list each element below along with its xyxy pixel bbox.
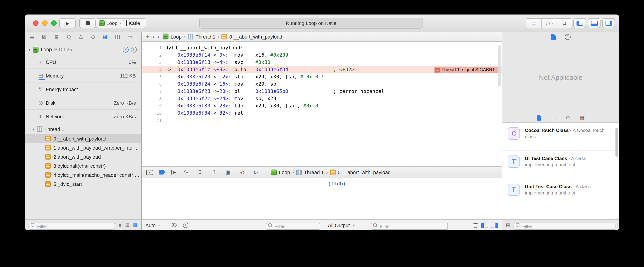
navigator-filter-input[interactable] xyxy=(28,222,115,230)
info-icon[interactable]: i xyxy=(183,222,188,228)
line-number[interactable]: 1 xyxy=(142,45,162,52)
version-editor-button[interactable]: ⇄ xyxy=(557,19,572,29)
stop-button[interactable] xyxy=(79,18,96,28)
gauge-cpu[interactable]: ◔CPU0% xyxy=(25,55,141,69)
dock-left-icon[interactable] xyxy=(481,222,488,228)
simulate-location-icon[interactable]: ▻ xyxy=(252,169,260,175)
code-line[interactable]: 7 0x1033e6f28 <+20>: bl 0x1033e65b0 ; ce… xyxy=(142,88,502,95)
compress-frames-icon[interactable]: ≡ xyxy=(119,222,122,228)
toggle-inspector-button[interactable] xyxy=(602,18,615,28)
line-number[interactable]: 6 xyxy=(142,81,162,88)
console-view[interactable]: (lldb) xyxy=(324,178,502,219)
gauge-network[interactable]: ΨNetworkZero KB/s xyxy=(25,110,141,123)
hide-debug-area-icon[interactable]: ▼ xyxy=(146,170,153,175)
trash-icon[interactable] xyxy=(473,222,478,228)
stack-frame[interactable]: 5 _dyld_start xyxy=(25,179,141,189)
step-over-icon[interactable]: ↷ xyxy=(182,169,190,175)
dock-right-icon[interactable] xyxy=(491,222,498,228)
stack-frame[interactable]: 2 abort_with_payload xyxy=(25,152,141,161)
library-item[interactable]: TUI Test Case Class - A class implementi… xyxy=(502,151,619,179)
stack-frame[interactable]: 1 abort_with_payload_wrapper_inter… xyxy=(25,143,141,152)
line-number[interactable]: 9 xyxy=(142,102,162,110)
variables-scope-popup[interactable]: Auto xyxy=(146,222,156,228)
zoom-window-button[interactable] xyxy=(51,21,56,26)
quick-help-icon[interactable]: ? xyxy=(564,34,570,40)
library-item[interactable]: TUnit Test Case Class - A class implemen… xyxy=(502,179,619,207)
memory-graph-icon[interactable]: ⊚ xyxy=(238,169,246,175)
code-line[interactable]: 10 0x1033e6f34 <+32>: ret xyxy=(142,110,502,117)
assistant-editor-button[interactable]: ◯◯ xyxy=(542,19,557,29)
navigator-tab-project-icon[interactable]: ▤ xyxy=(29,34,35,40)
library-filter-input[interactable] xyxy=(514,222,616,230)
navigator-tab-breakpoints-icon[interactable]: ◫ xyxy=(114,34,120,40)
stack-frame[interactable]: 4 dyld::_main(macho_header const*,… xyxy=(25,170,141,179)
code-line[interactable]: 8 0x1033e6f2c <+24>: mov sp, x29 xyxy=(142,95,502,102)
line-number[interactable]: 11 xyxy=(142,117,162,124)
line-number[interactable]: 7 xyxy=(142,88,162,95)
code-line[interactable]: 3 0x1033e6f18 <+4>: svc #0x80 xyxy=(142,59,502,66)
library-item[interactable]: CCocoa Touch Class - A Cocoa Touch class xyxy=(502,123,619,151)
gauge-disk[interactable]: ◎DiskZero KB/s xyxy=(25,96,141,110)
scheme-selector[interactable]: ∞ Loop › Katie xyxy=(96,18,146,28)
console-filter-field[interactable] xyxy=(371,221,448,229)
step-into-icon[interactable]: ↧ xyxy=(196,169,204,175)
gauge-energy[interactable]: ↯Energy Impact xyxy=(25,83,141,96)
code-line[interactable]: 9 0x1033e6f30 <+28>: ldp x29, x30, [sp],… xyxy=(142,102,502,110)
line-number[interactable]: 2 xyxy=(142,52,162,59)
file-inspector-icon[interactable] xyxy=(551,34,556,40)
related-items-icon[interactable]: ⊞ xyxy=(146,34,150,40)
navigator-tab-search-icon[interactable] xyxy=(66,34,72,40)
disclosure-triangle-icon[interactable]: ▾ xyxy=(32,127,34,131)
variables-filter-input[interactable] xyxy=(266,222,320,230)
editor-scrollbar[interactable] xyxy=(498,45,501,86)
quick-look-icon[interactable] xyxy=(171,223,176,227)
crash-annotation-badge[interactable]: Thread 1: signal SIGABRT xyxy=(434,67,498,73)
library-tab-file-templates-icon[interactable] xyxy=(537,114,541,120)
line-number[interactable]: 5 xyxy=(142,73,162,81)
console-scope-popup[interactable]: All Output xyxy=(328,222,350,228)
gauge-memory[interactable]: ▤Memory112 KB xyxy=(25,69,141,83)
library-tab-media-icon[interactable]: ▦ xyxy=(580,114,585,120)
library-tab-objects-icon[interactable]: ⊙ xyxy=(566,114,570,120)
toggle-navigator-button[interactable] xyxy=(573,18,586,28)
grid-view-icon[interactable]: ▦ xyxy=(133,222,138,228)
columns-view-icon[interactable]: ⊞ xyxy=(125,222,129,228)
code-line[interactable]: 1dyld`__abort_with_payload: xyxy=(142,45,502,52)
library-grid-icon[interactable]: ⊞ xyxy=(506,222,510,228)
breadcrumb-item[interactable]: Thread 1 xyxy=(304,170,324,175)
code-line[interactable]: 4-> 0x1033e6f1c <+8>: b.lo 0x1033e6f34 ;… xyxy=(142,66,502,73)
code-line[interactable]: 6 0x1033e6f24 <+16>: mov x29, sp xyxy=(142,81,502,88)
debug-gauge-button[interactable]: ↗ xyxy=(123,47,128,52)
line-number[interactable]: 3 xyxy=(142,59,162,66)
navigator-tab-tests-icon[interactable]: ◇ xyxy=(90,34,96,40)
back-icon[interactable]: ‹ xyxy=(152,34,154,39)
stack-frame[interactable]: 3 dyld::halt(char const*) xyxy=(25,161,141,170)
variables-filter-field[interactable] xyxy=(266,221,320,229)
continue-icon[interactable]: ▶ xyxy=(171,170,176,174)
close-window-button[interactable] xyxy=(33,21,38,26)
line-number[interactable]: 10 xyxy=(142,110,162,117)
breadcrumb-item[interactable]: Thread 1 xyxy=(196,34,215,39)
line-number[interactable]: 8 xyxy=(142,95,162,102)
breadcrumb-item[interactable]: 0 __abort_with_payload xyxy=(338,170,391,175)
view-hierarchy-icon[interactable]: ▣ xyxy=(224,169,232,175)
navigator-tab-source-control-icon[interactable]: ⊠ xyxy=(41,34,47,40)
pause-process-icon[interactable]: ∥ xyxy=(131,47,137,52)
process-row[interactable]: ▾ ∞ Loop PID 525 ↗ ∥ xyxy=(25,45,141,54)
variables-view[interactable] xyxy=(142,178,324,219)
stack-frame[interactable]: 0 __abort_with_payload xyxy=(25,134,141,143)
thread-row[interactable]: ▾ Thread 1 xyxy=(25,125,141,133)
library-tab-code-snippets-icon[interactable]: { } xyxy=(551,115,556,120)
navigator-tab-issues-icon[interactable]: ⚠ xyxy=(78,34,84,40)
library-filter-field[interactable] xyxy=(514,221,616,229)
code-line[interactable]: 11 xyxy=(142,117,502,124)
minimize-window-button[interactable] xyxy=(42,21,48,26)
line-number[interactable]: 4 xyxy=(142,66,162,73)
navigator-tab-symbols-icon[interactable]: ≣ xyxy=(54,34,59,40)
code-line[interactable]: 2 0x1033e6f14 <+0>: mov x16, #0x209 xyxy=(142,52,502,59)
run-button[interactable]: ▶ xyxy=(59,18,76,28)
disclosure-triangle-icon[interactable]: ▾ xyxy=(28,47,30,52)
breadcrumb-item[interactable]: Loop xyxy=(279,170,290,175)
step-out-icon[interactable]: ↥ xyxy=(210,169,218,175)
navigator-tab-debug-icon[interactable]: ▦ xyxy=(102,34,108,40)
